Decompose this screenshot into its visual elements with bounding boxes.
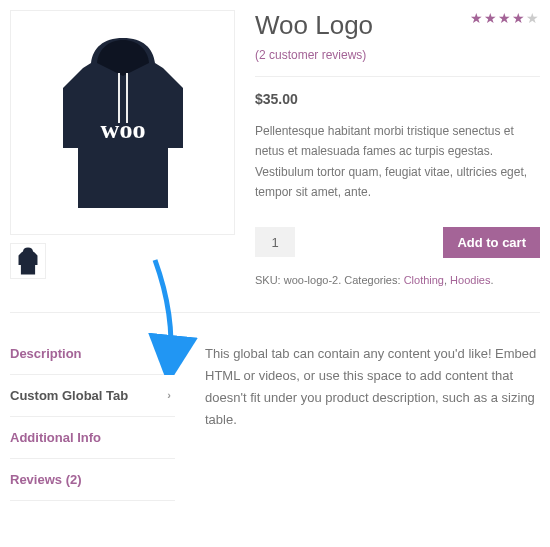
tab-label: Additional Info	[10, 430, 101, 445]
tab-content: This global tab can contain any content …	[205, 333, 540, 501]
star-icon: ★	[498, 10, 512, 26]
main-product-image[interactable]: woo	[10, 10, 235, 235]
categories-label: Categories:	[344, 274, 400, 286]
product-meta: SKU: woo-logo-2. Categories: Clothing, H…	[255, 274, 540, 286]
short-description: Pellentesque habitant morbi tristique se…	[255, 121, 540, 203]
tab-label: Custom Global Tab	[10, 388, 128, 403]
star-icon: ★	[526, 10, 540, 26]
star-icon: ★	[484, 10, 498, 26]
star-icon: ★	[512, 10, 526, 26]
tab-label: Description	[10, 346, 82, 361]
price: $35.00	[255, 91, 540, 107]
hoodie-image-icon: woo	[43, 28, 203, 218]
hoodie-thumb-icon	[15, 246, 41, 276]
quantity-input[interactable]	[255, 227, 295, 257]
sku-value: woo-logo-2	[284, 274, 338, 286]
category-link-clothing[interactable]: Clothing	[404, 274, 444, 286]
sku-label: SKU:	[255, 274, 281, 286]
product-gallery: woo	[10, 10, 235, 286]
chevron-right-icon: ›	[167, 389, 171, 401]
tabs-nav: Description Custom Global Tab › Addition…	[10, 333, 175, 501]
tab-description[interactable]: Description	[10, 333, 175, 375]
tab-additional-info[interactable]: Additional Info	[10, 417, 175, 459]
tab-custom-global[interactable]: Custom Global Tab ›	[10, 375, 175, 417]
thumbnail[interactable]	[10, 243, 46, 279]
svg-text:woo: woo	[100, 115, 145, 144]
tab-label: Reviews (2)	[10, 472, 82, 487]
star-icon: ★	[470, 10, 484, 26]
category-link-hoodies[interactable]: Hoodies	[450, 274, 490, 286]
divider	[255, 76, 540, 77]
star-rating: ★★★★★	[470, 10, 540, 26]
add-to-cart-button[interactable]: Add to cart	[443, 227, 540, 258]
tab-reviews[interactable]: Reviews (2)	[10, 459, 175, 501]
reviews-link[interactable]: (2 customer reviews)	[255, 48, 366, 62]
